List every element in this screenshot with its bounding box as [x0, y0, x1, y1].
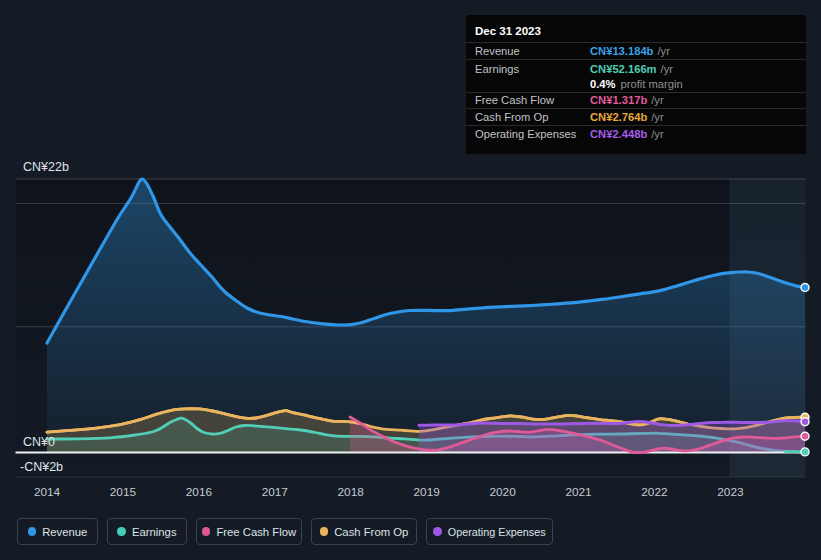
svg-text:2022: 2022: [641, 485, 667, 499]
svg-text:2019: 2019: [414, 485, 440, 499]
svg-text:2020: 2020: [489, 485, 516, 499]
svg-text:CN¥22b: CN¥22b: [23, 160, 69, 174]
svg-text:2015: 2015: [110, 485, 137, 499]
svg-text:2023: 2023: [717, 485, 744, 499]
svg-text:2017: 2017: [262, 485, 288, 499]
svg-text:2018: 2018: [338, 485, 365, 499]
svg-text:-CN¥2b: -CN¥2b: [20, 460, 63, 474]
svg-text:CN¥0: CN¥0: [23, 435, 55, 449]
svg-text:2021: 2021: [565, 485, 591, 499]
svg-text:2016: 2016: [186, 485, 213, 499]
svg-text:2014: 2014: [34, 485, 61, 499]
